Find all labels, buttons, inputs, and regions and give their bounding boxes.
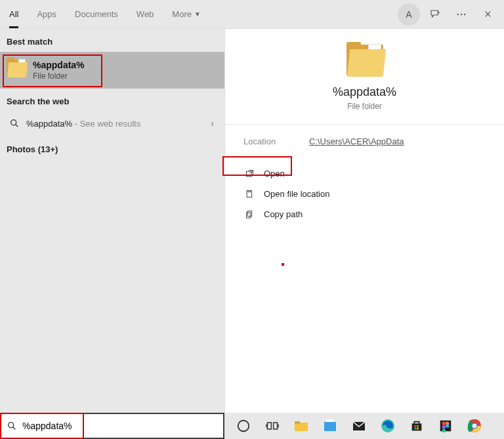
svg-rect-15 xyxy=(326,419,334,422)
svg-point-3 xyxy=(11,120,16,125)
tab-documents[interactable]: Documents xyxy=(66,0,127,28)
web-query-text: %appdata% xyxy=(26,119,72,129)
svg-rect-10 xyxy=(268,423,272,429)
location-path[interactable]: C:\Users\ACER\AppData xyxy=(309,136,404,146)
web-result-text: %appdata% - See web results xyxy=(26,119,140,129)
svg-point-24 xyxy=(442,422,446,426)
svg-rect-7 xyxy=(247,213,251,218)
result-title: %appdata% xyxy=(33,60,215,70)
svg-rect-6 xyxy=(247,211,251,217)
ms-store-icon[interactable] xyxy=(407,416,427,436)
tab-web[interactable]: Web xyxy=(127,0,163,28)
tab-all[interactable]: All xyxy=(0,0,28,28)
task-view-icon[interactable] xyxy=(262,416,282,436)
tab-apps[interactable]: Apps xyxy=(28,0,66,28)
figma-icon[interactable] xyxy=(436,416,455,436)
close-button[interactable] xyxy=(476,3,499,26)
copy-icon xyxy=(245,209,255,219)
search-box[interactable] xyxy=(0,413,224,439)
svg-point-1 xyxy=(461,13,462,14)
edge-icon[interactable] xyxy=(378,416,398,436)
feedback-icon[interactable] xyxy=(424,3,446,26)
svg-point-8 xyxy=(9,423,14,428)
preview-actions: Open Open file location Copy path xyxy=(225,158,504,230)
svg-rect-13 xyxy=(295,421,300,424)
cortana-icon[interactable] xyxy=(234,416,253,436)
svg-rect-11 xyxy=(274,423,278,429)
preview-header: %appdata% File folder xyxy=(225,29,504,125)
svg-point-27 xyxy=(442,425,446,429)
search-header: All Apps Documents Web More ▼ A xyxy=(0,0,504,29)
preview-panel: %appdata% File folder Location C:\Users\… xyxy=(224,29,504,413)
svg-point-9 xyxy=(238,421,249,432)
copy-path-label: Copy path xyxy=(264,209,303,219)
search-icon xyxy=(9,118,20,129)
file-explorer-icon[interactable] xyxy=(291,416,311,436)
open-action[interactable]: Open xyxy=(241,163,488,184)
chevron-right-icon: › xyxy=(211,118,218,129)
search-icon xyxy=(7,421,17,431)
chevron-down-icon: ▼ xyxy=(194,10,201,18)
location-row: Location C:\Users\ACER\AppData xyxy=(225,125,504,158)
svg-rect-21 xyxy=(414,428,416,430)
result-subtitle: File folder xyxy=(33,72,215,81)
header-actions: A xyxy=(398,3,499,26)
svg-rect-20 xyxy=(417,425,419,427)
location-label: Location xyxy=(243,136,309,146)
svg-point-2 xyxy=(464,13,465,14)
photos-section-label: Photos (13+) xyxy=(0,135,224,163)
svg-point-28 xyxy=(442,429,446,433)
location-icon xyxy=(245,189,255,199)
svg-rect-19 xyxy=(414,425,416,427)
tab-more[interactable]: More ▼ xyxy=(163,0,210,28)
annotation-dot xyxy=(282,263,284,266)
store-icon[interactable] xyxy=(320,416,340,436)
open-file-location-action[interactable]: Open file location xyxy=(241,184,488,204)
filter-tabs: All Apps Documents Web More ▼ xyxy=(0,0,210,28)
search-input[interactable] xyxy=(22,421,223,431)
mail-icon[interactable] xyxy=(349,416,369,436)
user-avatar[interactable]: A xyxy=(398,3,420,26)
svg-rect-22 xyxy=(417,428,419,430)
taskbar xyxy=(224,413,504,439)
folder-icon-large xyxy=(346,45,383,76)
svg-rect-14 xyxy=(324,422,336,431)
preview-title: %appdata% xyxy=(333,85,396,99)
best-match-label: Best match xyxy=(0,29,224,52)
web-suffix: - See web results xyxy=(72,119,140,129)
open-label: Open xyxy=(264,169,285,178)
preview-subtitle: File folder xyxy=(347,102,382,111)
more-options-icon[interactable] xyxy=(450,3,472,26)
chrome-icon[interactable] xyxy=(465,416,484,436)
tab-more-label: More xyxy=(172,9,192,19)
results-list: Best match %appdata% File folder Search … xyxy=(0,29,224,413)
best-match-result[interactable]: %appdata% File folder xyxy=(0,52,224,89)
search-web-label: Search the web xyxy=(0,89,224,112)
open-icon xyxy=(245,169,255,178)
copy-path-action[interactable]: Copy path xyxy=(241,204,488,224)
folder-icon xyxy=(7,60,26,77)
web-result-item[interactable]: %appdata% - See web results › xyxy=(0,112,224,135)
bottom-bar xyxy=(0,413,504,439)
svg-point-0 xyxy=(457,13,459,14)
open-file-location-label: Open file location xyxy=(264,189,329,199)
svg-point-31 xyxy=(472,424,476,428)
svg-point-26 xyxy=(446,424,450,428)
results-split: Best match %appdata% File folder Search … xyxy=(0,29,504,413)
